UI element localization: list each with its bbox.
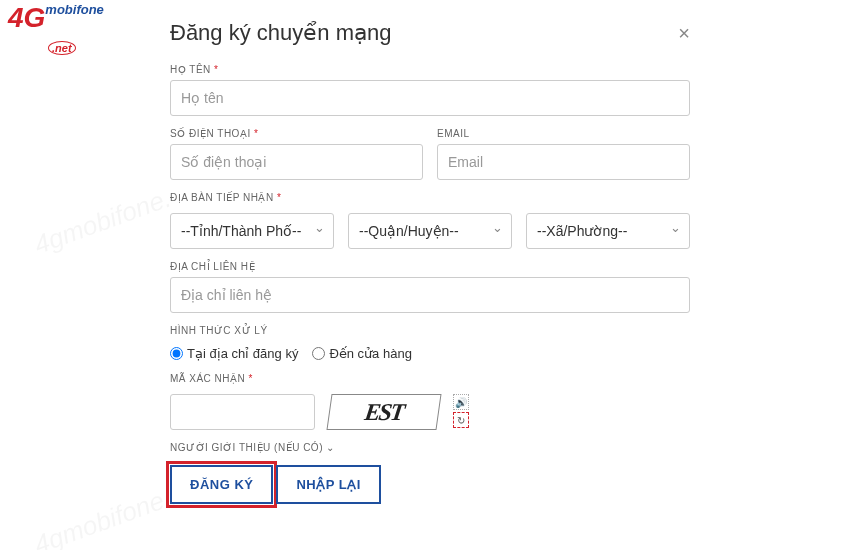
modal-title: Đăng ký chuyển mạng — [170, 20, 391, 46]
captcha-audio-icon[interactable]: 🔊 — [453, 394, 469, 410]
radio-at-address[interactable] — [170, 347, 183, 360]
ward-select[interactable]: --Xã/Phường-- — [526, 213, 690, 249]
province-select[interactable]: --Tỉnh/Thành Phố-- — [170, 213, 334, 249]
email-input[interactable] — [437, 144, 690, 180]
chevron-down-icon: ⌄ — [326, 442, 335, 453]
captcha-input[interactable] — [170, 394, 315, 430]
district-select[interactable]: --Quận/Huyện-- — [348, 213, 512, 249]
region-label: ĐỊA BÀN TIẾP NHẬN * — [170, 192, 690, 203]
modal-header: Đăng ký chuyển mạng × — [170, 20, 690, 46]
logo-net: .net — [48, 41, 76, 55]
captcha-image: EST — [326, 394, 441, 430]
processing-at-store[interactable]: Đến cửa hàng — [312, 346, 412, 361]
site-logo: 4Gmobifone .net — [8, 2, 104, 57]
phone-input[interactable] — [170, 144, 423, 180]
processing-label: HÌNH THỨC XỬ LÝ — [170, 325, 690, 336]
fullname-input[interactable] — [170, 80, 690, 116]
address-label: ĐỊA CHỈ LIÊN HỆ — [170, 261, 690, 272]
fullname-label: HỌ TÊN * — [170, 64, 690, 75]
captcha-refresh-icon[interactable]: ↻ — [453, 412, 469, 428]
radio-at-store[interactable] — [312, 347, 325, 360]
reset-button[interactable]: NHẬP LẠI — [276, 465, 380, 504]
register-modal: Đăng ký chuyển mạng × HỌ TÊN * SỐ ĐIỆN T… — [170, 20, 690, 504]
phone-label: SỐ ĐIỆN THOẠI * — [170, 128, 423, 139]
referrer-toggle[interactable]: NGƯỜI GIỚI THIỆU (NẾU CÓ) ⌄ — [170, 442, 690, 453]
email-label: EMAIL — [437, 128, 690, 139]
logo-mobifone: mobifone — [45, 2, 104, 17]
close-button[interactable]: × — [678, 22, 690, 45]
submit-button[interactable]: ĐĂNG KÝ — [170, 465, 273, 504]
address-input[interactable] — [170, 277, 690, 313]
logo-4g: 4G — [8, 2, 45, 33]
captcha-label: MÃ XÁC NHẬN * — [170, 373, 690, 384]
processing-at-address[interactable]: Tại địa chỉ đăng ký — [170, 346, 298, 361]
